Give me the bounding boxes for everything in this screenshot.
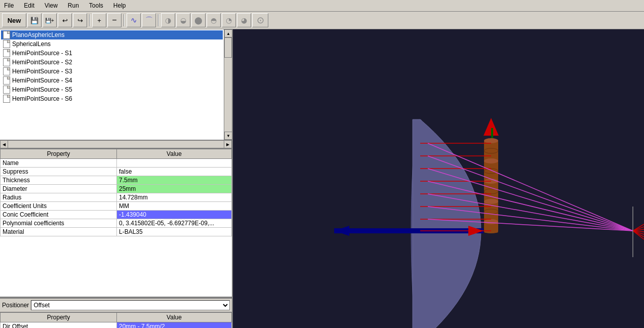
save-button[interactable]: 💾 (27, 13, 42, 27)
prop-row-8: Material L-BAL35 (1, 228, 232, 236)
main-container: PlanoAsphericLensSphericalLensHemiPointS… (0, 29, 644, 328)
scroll-track[interactable] (224, 37, 232, 132)
prop-row-1: Suppress false (1, 168, 232, 176)
edit-curve2-button[interactable]: ⌒ (142, 13, 156, 27)
prop-name: Name (1, 159, 117, 168)
file-icon (3, 40, 10, 48)
scroll-up-button[interactable]: ▲ (224, 29, 232, 37)
tree-view: PlanoAsphericLensSphericalLensHemiPointS… (0, 29, 232, 141)
positioner-table: Property Value Dir Offset 20mm - 7.5mm/2 (0, 312, 232, 328)
tree-item-1[interactable]: SphericalLens (1, 39, 223, 49)
tree-scrollbar[interactable]: ▲ ▼ (224, 29, 232, 140)
toolbar-separator2 (124, 14, 125, 26)
prop-name: Thickness (1, 176, 117, 185)
prop-row-2: Thickness 7.5mm (1, 176, 232, 185)
prop-value[interactable]: 0, 3.415802E-05, -6.692779E-09,... (117, 219, 232, 228)
prop-col-header: Property (1, 149, 117, 159)
scroll-thumb[interactable] (224, 37, 232, 58)
svg-point-10 (484, 158, 498, 163)
tree-item-2[interactable]: HemiPointSource - S1 (1, 49, 223, 58)
svg-point-11 (484, 169, 498, 174)
prop-name: Material (1, 228, 117, 236)
prop-value[interactable]: 14.728mm (117, 193, 232, 202)
redo-button[interactable]: ↪ (73, 13, 87, 27)
file-icon (3, 49, 10, 57)
file-icon (3, 31, 10, 39)
prop-row-5: Coefficient Units MM (1, 202, 232, 211)
positioner-header: Positioner Offset (0, 299, 232, 312)
prop-row-3: Diameter 25mm (1, 185, 232, 193)
tree-item-5[interactable]: HemiPointSource - S4 (1, 76, 223, 85)
shape4-button[interactable]: ◓ (207, 13, 221, 27)
pos-row-0: Dir Offset 20mm - 7.5mm/2 (1, 322, 232, 329)
file-icon (3, 95, 10, 103)
prop-value[interactable]: MM (117, 202, 232, 211)
prop-value[interactable] (117, 159, 232, 168)
value-col-header: Value (117, 149, 232, 159)
undo-button[interactable]: ↩ (58, 13, 72, 27)
pos-prop-name: Dir Offset (1, 322, 117, 329)
menu-run[interactable]: Run (66, 1, 81, 10)
prop-row-7: Polynomial coefficients 0, 3.415802E-05,… (1, 219, 232, 228)
menu-file[interactable]: File (2, 1, 16, 10)
positioner-table-wrap: Property Value Dir Offset 20mm - 7.5mm/2 (0, 312, 232, 328)
prop-row-4: Radius 14.728mm (1, 193, 232, 202)
scroll-down-button[interactable]: ▼ (224, 132, 232, 140)
pos-prop-header: Property (1, 313, 117, 322)
prop-row-6: Conic Coefficient -1.439040 (1, 211, 232, 219)
prop-value[interactable]: false (117, 168, 232, 176)
new-button[interactable]: New (2, 13, 26, 27)
save-as-button[interactable]: 💾+ (43, 13, 57, 27)
prop-name: Diameter (1, 185, 117, 193)
svg-rect-6 (491, 128, 493, 138)
hscroll-right[interactable]: ▶ (224, 140, 232, 148)
tree-item-7[interactable]: HemiPointSource - S6 (1, 94, 223, 103)
prop-name: Coefficient Units (1, 202, 117, 211)
shape3-button[interactable]: ⬤ (191, 13, 206, 27)
tree-item-3[interactable]: HemiPointSource - S2 (1, 58, 223, 67)
toolbar-separator3 (158, 14, 159, 26)
pos-val-header: Value (117, 313, 232, 322)
file-icon (3, 58, 10, 66)
menu-tools[interactable]: Tools (87, 1, 105, 10)
file-icon (3, 67, 10, 75)
menu-help[interactable]: Help (111, 1, 128, 10)
prop-name: Suppress (1, 168, 117, 176)
prop-value[interactable]: -1.439040 (117, 211, 232, 219)
menu-edit[interactable]: Edit (22, 1, 36, 10)
file-icon (3, 76, 10, 85)
edit-curve-button[interactable]: ∿ (127, 13, 141, 27)
properties-table: Property Value Name Suppress false Thick… (0, 149, 232, 236)
toolbar-separator (89, 14, 90, 26)
h-scrollbar[interactable]: ◀ ▶ (0, 141, 232, 149)
shape2-button[interactable]: ◒ (176, 13, 190, 27)
pos-prop-value[interactable]: 20mm - 7.5mm/2 (117, 322, 232, 329)
file-icon (3, 86, 10, 94)
positioner-select[interactable]: Offset (31, 300, 230, 310)
left-panel: PlanoAsphericLensSphericalLensHemiPointS… (0, 29, 233, 328)
svg-point-9 (484, 148, 498, 153)
menubar: File Edit View Run Tools Help (0, 0, 644, 12)
tree-item-6[interactable]: HemiPointSource - S5 (1, 85, 223, 94)
menu-view[interactable]: View (43, 1, 60, 10)
shape7-button[interactable]: ⊙ (252, 13, 268, 27)
add-button[interactable]: + (92, 13, 106, 27)
shape1-button[interactable]: ◑ (161, 13, 175, 27)
tree-item-0[interactable]: PlanoAsphericLens (1, 30, 223, 39)
hscroll-left[interactable]: ◀ (0, 140, 8, 148)
prop-name: Polynomial coefficients (1, 219, 117, 228)
prop-value[interactable]: L-BAL35 (117, 228, 232, 236)
tree-item-4[interactable]: HemiPointSource - S3 (1, 67, 223, 76)
optical-visualization (233, 29, 644, 328)
prop-value[interactable]: 25mm (117, 185, 232, 193)
prop-value[interactable]: 7.5mm (117, 176, 232, 185)
svg-point-8 (484, 138, 498, 143)
viewport (233, 29, 644, 328)
shape5-button[interactable]: ◔ (222, 13, 236, 27)
shape6-button[interactable]: ◕ (237, 13, 251, 27)
properties-section: Property Value Name Suppress false Thick… (0, 149, 232, 298)
remove-button[interactable]: − (107, 13, 122, 27)
prop-name: Radius (1, 193, 117, 202)
prop-name: Conic Coefficient (1, 211, 117, 219)
toolbar: New 💾 💾+ ↩ ↪ + − ∿ ⌒ ◑ ◒ ⬤ ◓ ◔ ◕ ⊙ (0, 12, 644, 29)
